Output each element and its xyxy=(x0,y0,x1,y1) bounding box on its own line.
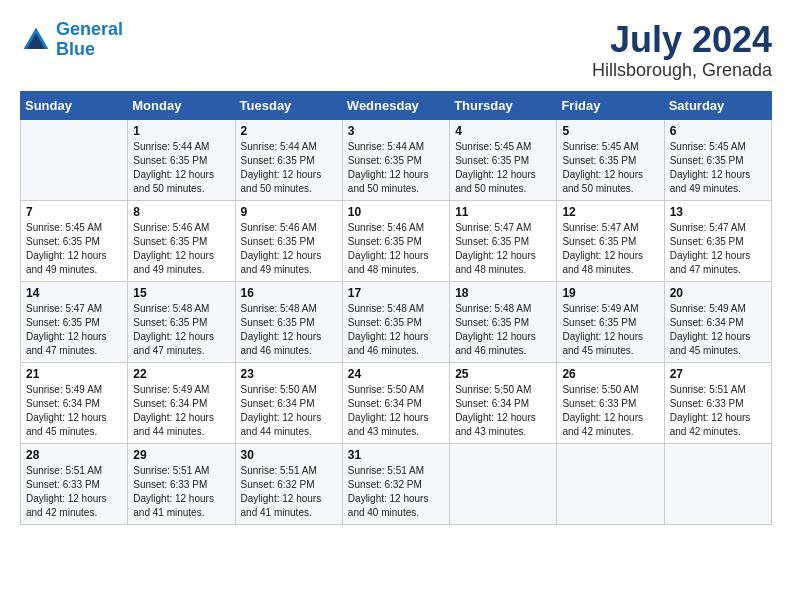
day-info: Sunrise: 5:51 AMSunset: 6:33 PMDaylight:… xyxy=(670,383,766,439)
day-number: 31 xyxy=(348,448,444,462)
calendar-week-row: 7Sunrise: 5:45 AMSunset: 6:35 PMDaylight… xyxy=(21,200,772,281)
calendar-cell: 6Sunrise: 5:45 AMSunset: 6:35 PMDaylight… xyxy=(664,119,771,200)
day-of-week-header: Thursday xyxy=(450,91,557,119)
day-number: 5 xyxy=(562,124,658,138)
calendar-cell: 19Sunrise: 5:49 AMSunset: 6:35 PMDayligh… xyxy=(557,281,664,362)
day-number: 28 xyxy=(26,448,122,462)
calendar-cell: 18Sunrise: 5:48 AMSunset: 6:35 PMDayligh… xyxy=(450,281,557,362)
day-number: 12 xyxy=(562,205,658,219)
day-of-week-header: Sunday xyxy=(21,91,128,119)
day-number: 6 xyxy=(670,124,766,138)
day-number: 30 xyxy=(241,448,337,462)
day-number: 4 xyxy=(455,124,551,138)
day-number: 20 xyxy=(670,286,766,300)
logo-line2: Blue xyxy=(56,39,95,59)
calendar-cell: 5Sunrise: 5:45 AMSunset: 6:35 PMDaylight… xyxy=(557,119,664,200)
calendar-body: 1Sunrise: 5:44 AMSunset: 6:35 PMDaylight… xyxy=(21,119,772,524)
day-info: Sunrise: 5:51 AMSunset: 6:32 PMDaylight:… xyxy=(348,464,444,520)
day-of-week-header: Friday xyxy=(557,91,664,119)
day-info: Sunrise: 5:47 AMSunset: 6:35 PMDaylight:… xyxy=(455,221,551,277)
calendar-cell xyxy=(450,443,557,524)
day-info: Sunrise: 5:48 AMSunset: 6:35 PMDaylight:… xyxy=(455,302,551,358)
day-number: 17 xyxy=(348,286,444,300)
day-number: 18 xyxy=(455,286,551,300)
day-number: 13 xyxy=(670,205,766,219)
day-info: Sunrise: 5:50 AMSunset: 6:34 PMDaylight:… xyxy=(455,383,551,439)
calendar-cell: 28Sunrise: 5:51 AMSunset: 6:33 PMDayligh… xyxy=(21,443,128,524)
day-info: Sunrise: 5:49 AMSunset: 6:34 PMDaylight:… xyxy=(26,383,122,439)
calendar-cell: 24Sunrise: 5:50 AMSunset: 6:34 PMDayligh… xyxy=(342,362,449,443)
calendar-cell: 8Sunrise: 5:46 AMSunset: 6:35 PMDaylight… xyxy=(128,200,235,281)
calendar-cell: 1Sunrise: 5:44 AMSunset: 6:35 PMDaylight… xyxy=(128,119,235,200)
day-info: Sunrise: 5:50 AMSunset: 6:34 PMDaylight:… xyxy=(241,383,337,439)
calendar-cell: 21Sunrise: 5:49 AMSunset: 6:34 PMDayligh… xyxy=(21,362,128,443)
day-info: Sunrise: 5:46 AMSunset: 6:35 PMDaylight:… xyxy=(241,221,337,277)
day-of-week-header: Monday xyxy=(128,91,235,119)
day-info: Sunrise: 5:49 AMSunset: 6:34 PMDaylight:… xyxy=(670,302,766,358)
month-year: July 2024 xyxy=(592,20,772,60)
day-number: 16 xyxy=(241,286,337,300)
day-info: Sunrise: 5:45 AMSunset: 6:35 PMDaylight:… xyxy=(670,140,766,196)
calendar-cell: 13Sunrise: 5:47 AMSunset: 6:35 PMDayligh… xyxy=(664,200,771,281)
calendar-cell: 20Sunrise: 5:49 AMSunset: 6:34 PMDayligh… xyxy=(664,281,771,362)
day-info: Sunrise: 5:49 AMSunset: 6:34 PMDaylight:… xyxy=(133,383,229,439)
day-number: 24 xyxy=(348,367,444,381)
day-info: Sunrise: 5:47 AMSunset: 6:35 PMDaylight:… xyxy=(670,221,766,277)
day-number: 3 xyxy=(348,124,444,138)
calendar-cell: 22Sunrise: 5:49 AMSunset: 6:34 PMDayligh… xyxy=(128,362,235,443)
day-info: Sunrise: 5:51 AMSunset: 6:32 PMDaylight:… xyxy=(241,464,337,520)
day-number: 19 xyxy=(562,286,658,300)
day-number: 27 xyxy=(670,367,766,381)
day-info: Sunrise: 5:46 AMSunset: 6:35 PMDaylight:… xyxy=(348,221,444,277)
calendar-cell: 11Sunrise: 5:47 AMSunset: 6:35 PMDayligh… xyxy=(450,200,557,281)
day-number: 8 xyxy=(133,205,229,219)
day-of-week-header: Tuesday xyxy=(235,91,342,119)
location: Hillsborough, Grenada xyxy=(592,60,772,81)
calendar-cell xyxy=(664,443,771,524)
day-info: Sunrise: 5:45 AMSunset: 6:35 PMDaylight:… xyxy=(562,140,658,196)
day-info: Sunrise: 5:44 AMSunset: 6:35 PMDaylight:… xyxy=(133,140,229,196)
calendar-cell: 17Sunrise: 5:48 AMSunset: 6:35 PMDayligh… xyxy=(342,281,449,362)
day-info: Sunrise: 5:50 AMSunset: 6:33 PMDaylight:… xyxy=(562,383,658,439)
day-info: Sunrise: 5:49 AMSunset: 6:35 PMDaylight:… xyxy=(562,302,658,358)
calendar-cell: 25Sunrise: 5:50 AMSunset: 6:34 PMDayligh… xyxy=(450,362,557,443)
day-number: 10 xyxy=(348,205,444,219)
day-number: 29 xyxy=(133,448,229,462)
day-info: Sunrise: 5:51 AMSunset: 6:33 PMDaylight:… xyxy=(26,464,122,520)
day-info: Sunrise: 5:48 AMSunset: 6:35 PMDaylight:… xyxy=(133,302,229,358)
calendar-cell: 3Sunrise: 5:44 AMSunset: 6:35 PMDaylight… xyxy=(342,119,449,200)
calendar-cell: 30Sunrise: 5:51 AMSunset: 6:32 PMDayligh… xyxy=(235,443,342,524)
calendar-cell: 2Sunrise: 5:44 AMSunset: 6:35 PMDaylight… xyxy=(235,119,342,200)
day-info: Sunrise: 5:44 AMSunset: 6:35 PMDaylight:… xyxy=(348,140,444,196)
day-number: 1 xyxy=(133,124,229,138)
day-number: 11 xyxy=(455,205,551,219)
calendar-cell: 23Sunrise: 5:50 AMSunset: 6:34 PMDayligh… xyxy=(235,362,342,443)
calendar-week-row: 21Sunrise: 5:49 AMSunset: 6:34 PMDayligh… xyxy=(21,362,772,443)
day-info: Sunrise: 5:45 AMSunset: 6:35 PMDaylight:… xyxy=(26,221,122,277)
logo-icon xyxy=(20,24,52,56)
day-number: 23 xyxy=(241,367,337,381)
calendar-cell: 16Sunrise: 5:48 AMSunset: 6:35 PMDayligh… xyxy=(235,281,342,362)
day-info: Sunrise: 5:47 AMSunset: 6:35 PMDaylight:… xyxy=(26,302,122,358)
calendar-cell: 26Sunrise: 5:50 AMSunset: 6:33 PMDayligh… xyxy=(557,362,664,443)
day-info: Sunrise: 5:46 AMSunset: 6:35 PMDaylight:… xyxy=(133,221,229,277)
calendar-cell xyxy=(557,443,664,524)
calendar-week-row: 1Sunrise: 5:44 AMSunset: 6:35 PMDaylight… xyxy=(21,119,772,200)
day-number: 14 xyxy=(26,286,122,300)
day-number: 22 xyxy=(133,367,229,381)
day-info: Sunrise: 5:48 AMSunset: 6:35 PMDaylight:… xyxy=(241,302,337,358)
day-number: 2 xyxy=(241,124,337,138)
day-number: 9 xyxy=(241,205,337,219)
page-header: General Blue July 2024 Hillsborough, Gre… xyxy=(20,20,772,81)
day-info: Sunrise: 5:48 AMSunset: 6:35 PMDaylight:… xyxy=(348,302,444,358)
day-of-week-header: Wednesday xyxy=(342,91,449,119)
day-of-week-header: Saturday xyxy=(664,91,771,119)
day-info: Sunrise: 5:51 AMSunset: 6:33 PMDaylight:… xyxy=(133,464,229,520)
calendar-cell: 4Sunrise: 5:45 AMSunset: 6:35 PMDaylight… xyxy=(450,119,557,200)
logo-text: General Blue xyxy=(56,20,123,60)
calendar-cell: 10Sunrise: 5:46 AMSunset: 6:35 PMDayligh… xyxy=(342,200,449,281)
calendar-cell xyxy=(21,119,128,200)
day-number: 25 xyxy=(455,367,551,381)
day-info: Sunrise: 5:45 AMSunset: 6:35 PMDaylight:… xyxy=(455,140,551,196)
calendar-cell: 27Sunrise: 5:51 AMSunset: 6:33 PMDayligh… xyxy=(664,362,771,443)
